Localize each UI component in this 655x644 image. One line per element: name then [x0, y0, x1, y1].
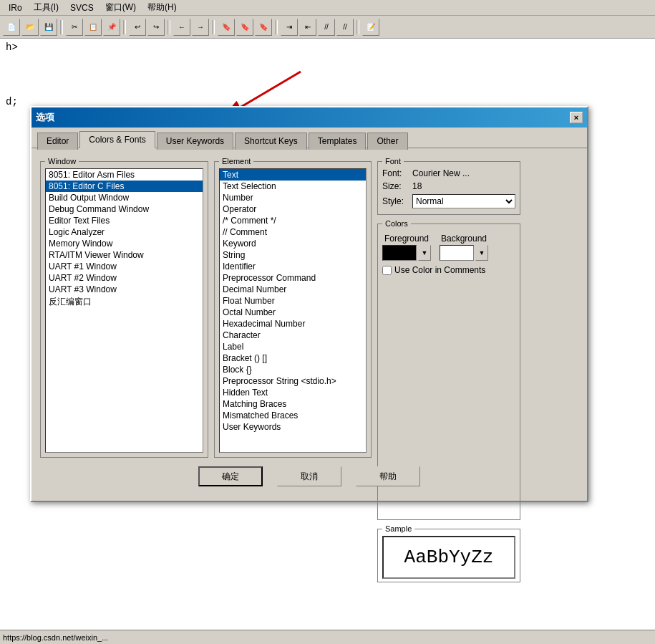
dialog-title: 选项: [36, 111, 54, 124]
ok-button[interactable]: 确定: [198, 466, 263, 486]
window-list-item[interactable]: UART #3 Window: [46, 284, 203, 295]
help-button[interactable]: 帮助: [356, 466, 420, 486]
window-list-item[interactable]: 8051: Editor C Files: [46, 181, 203, 192]
element-list-item[interactable]: Number: [220, 192, 366, 203]
dialog-titlebar: 选项 ×: [31, 107, 587, 128]
element-list-item[interactable]: Text Selection: [220, 181, 366, 192]
element-list-item[interactable]: Decimal Number: [220, 284, 366, 295]
window-fieldset: Window 8051: Editor Asm Files8051: Edito…: [40, 157, 208, 458]
font-size-row: Size: 18: [382, 181, 515, 191]
element-legend: Element: [219, 157, 253, 165]
options-dialog: 选项 × Editor Colors & Fonts User Keywords…: [30, 106, 588, 502]
cancel-button[interactable]: 取消: [277, 466, 341, 486]
element-list-item[interactable]: Matching Braces: [220, 398, 366, 410]
dialog-body: Window 8051: Editor Asm Files8051: Edito…: [31, 148, 587, 501]
element-list-item[interactable]: Octal Number: [220, 307, 366, 318]
dialog-close-button[interactable]: ×: [570, 112, 583, 123]
foreground-col: Foreground ▼: [382, 234, 431, 261]
background-label: Background: [441, 234, 487, 244]
window-list-item[interactable]: Debug Command Window: [46, 203, 203, 215]
element-fieldset: Element TextText SelectionNumberOperator…: [214, 157, 372, 458]
tab-user-keywords[interactable]: User Keywords: [157, 133, 233, 150]
window-panel-container: Window 8051: Editor Asm Files8051: Edito…: [40, 157, 208, 458]
window-list-item[interactable]: Memory Window: [46, 238, 203, 249]
window-list-item[interactable]: Build Output Window: [46, 192, 203, 203]
window-legend: Window: [45, 157, 79, 165]
window-list-item[interactable]: 8051: Editor Asm Files: [46, 169, 203, 181]
element-panel-container: Element TextText SelectionNumberOperator…: [214, 157, 372, 458]
element-list-item[interactable]: String: [220, 249, 366, 261]
element-list-item[interactable]: Bracket () []: [220, 352, 366, 364]
element-list-item[interactable]: Hexadecimal Number: [220, 318, 366, 330]
foreground-swatch[interactable]: [382, 245, 417, 261]
sample-legend: Sample: [382, 524, 414, 533]
element-list-item[interactable]: Mismatched Braces: [220, 410, 366, 421]
element-list-item[interactable]: Hidden Text: [220, 387, 366, 398]
font-style-row: Style: Normal Bold Italic Bold Italic: [382, 194, 515, 208]
panels-container: Window 8051: Editor Asm Files8051: Edito…: [40, 157, 578, 458]
element-list-item[interactable]: // Comment: [220, 226, 366, 238]
font-fieldset: Font Font: Courier New ... Size: 18 Styl…: [377, 157, 520, 215]
element-list-item[interactable]: Character: [220, 330, 366, 341]
font-style-label: Style:: [382, 196, 412, 206]
font-size-label: Size:: [382, 181, 412, 191]
element-list-item[interactable]: Operator: [220, 203, 366, 215]
tab-templates[interactable]: Templates: [309, 133, 367, 150]
tab-colors-fonts[interactable]: Colors & Fonts: [79, 131, 155, 148]
window-list-item[interactable]: Logic Analyzer: [46, 226, 203, 238]
font-colors-panel: Font Font: Courier New ... Size: 18 Styl…: [377, 157, 520, 458]
element-list-item[interactable]: Block {}: [220, 364, 366, 375]
window-list-item[interactable]: Editor Text Files: [46, 215, 203, 226]
background-dropdown-btn[interactable]: ▼: [475, 245, 488, 261]
dialog-overlay: 选项 × Editor Colors & Fonts User Keywords…: [0, 0, 655, 644]
use-color-comments-label: Use Color in Comments: [394, 265, 485, 275]
foreground-label: Foreground: [384, 234, 429, 244]
element-list-item[interactable]: Text: [220, 169, 366, 181]
use-color-comments-checkbox[interactable]: [382, 266, 392, 275]
element-list-item[interactable]: User Keywords: [220, 421, 366, 433]
window-list-item[interactable]: UART #1 Window: [46, 261, 203, 272]
background-col: Background ▼: [440, 234, 488, 261]
window-listbox[interactable]: 8051: Editor Asm Files8051: Editor C Fil…: [45, 168, 203, 453]
foreground-dropdown-btn[interactable]: ▼: [418, 245, 431, 261]
tab-shortcut-keys[interactable]: Shortcut Keys: [235, 133, 307, 150]
tab-other[interactable]: Other: [367, 133, 407, 150]
background-swatch[interactable]: [440, 245, 474, 261]
dialog-tabs: Editor Colors & Fonts User Keywords Shor…: [31, 128, 587, 148]
colors-legend: Colors: [382, 219, 411, 228]
window-list-item[interactable]: 反汇编窗口: [46, 295, 203, 309]
use-color-comments-row: Use Color in Comments: [382, 265, 515, 275]
element-list-item[interactable]: Float Number: [220, 295, 366, 307]
colors-row: Foreground ▼ Background ▼: [382, 234, 515, 261]
element-list-item[interactable]: /* Comment */: [220, 215, 366, 226]
font-name-row: Font: Courier New ...: [382, 168, 515, 178]
element-list-item[interactable]: Preprocessor String <stdio.h>: [220, 375, 366, 387]
sample-fieldset: Sample AaBbYyZz: [377, 524, 520, 582]
background-swatch-row: ▼: [440, 245, 488, 261]
font-name-value: Courier New ...: [412, 168, 515, 178]
sample-text: AaBbYyZz: [404, 547, 494, 568]
sample-box: AaBbYyZz: [382, 536, 515, 579]
foreground-swatch-row: ▼: [382, 245, 431, 261]
element-listbox[interactable]: TextText SelectionNumberOperator/* Comme…: [219, 168, 367, 453]
element-list-item[interactable]: Identifier: [220, 261, 366, 272]
element-list-item[interactable]: Preprocessor Command: [220, 272, 366, 284]
font-size-value: 18: [412, 181, 515, 191]
window-list-item[interactable]: RTA/ITM Viewer Window: [46, 249, 203, 261]
font-name-label: Font:: [382, 168, 412, 178]
font-style-select[interactable]: Normal Bold Italic Bold Italic: [412, 194, 515, 208]
element-list-item[interactable]: Keyword: [220, 238, 366, 249]
window-list-item[interactable]: UART #2 Window: [46, 272, 203, 284]
tab-editor[interactable]: Editor: [37, 133, 78, 150]
element-list-item[interactable]: Label: [220, 341, 366, 352]
font-legend: Font: [382, 157, 404, 165]
